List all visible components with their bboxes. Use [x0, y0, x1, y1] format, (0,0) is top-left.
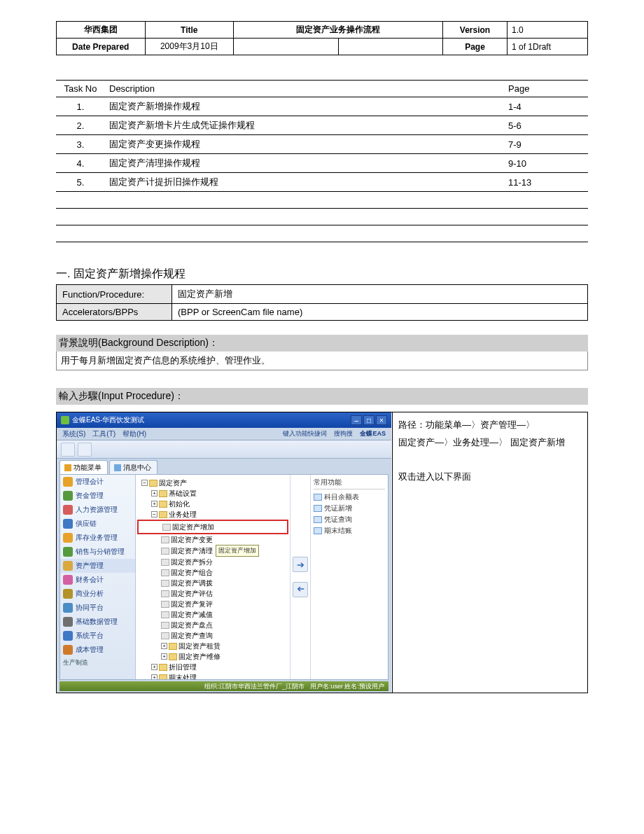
sidebar-item[interactable]: 商业分析: [60, 587, 135, 601]
module-icon: [63, 491, 73, 501]
module-icon: [63, 519, 73, 529]
module-icon: [63, 645, 73, 655]
bg-text: 用于每月新增固定资产信息的系统维护、管理作业。: [56, 352, 588, 370]
collapse-icon[interactable]: −: [151, 511, 158, 517]
doc-header-table: 华西集团 Title 固定资产业务操作流程 Version 1.0 Date P…: [56, 21, 588, 55]
rp-item[interactable]: 期末结账: [314, 525, 385, 536]
sidebar-item[interactable]: 成本管理: [60, 643, 135, 657]
folder-icon: [169, 643, 177, 650]
tree-node[interactable]: 固定资产变更: [137, 534, 288, 545]
bg-label: 背景說明(Background Description)：: [56, 335, 588, 352]
tree-node[interactable]: 固定资产盘点: [137, 620, 288, 630]
tree-node[interactable]: 固定资产组合: [137, 567, 288, 578]
procedure-table: Function/Procedure: 固定资产新增 Accelerators/…: [56, 284, 588, 321]
minimize-button[interactable]: ‒: [351, 415, 362, 425]
collapse-icon[interactable]: −: [141, 480, 148, 486]
tree-node[interactable]: +折旧管理: [137, 662, 288, 672]
sidebar-item-asset[interactable]: 资产管理: [60, 559, 135, 573]
rp-item[interactable]: 科目余额表: [314, 492, 385, 503]
tab-function-menu[interactable]: 功能菜单: [59, 460, 108, 474]
menu-help[interactable]: 帮助(H): [122, 429, 146, 439]
tree-node[interactable]: +固定资产租赁: [137, 641, 288, 651]
menu-tools[interactable]: 工具(T): [92, 429, 115, 439]
task-row: [56, 192, 588, 209]
tree-node[interactable]: 固定资产调拨: [137, 578, 288, 588]
sidebar-item[interactable]: 销售与分销管理: [60, 545, 135, 559]
sidebar-item[interactable]: 资金管理: [60, 489, 135, 503]
message-icon: [114, 464, 121, 471]
task-row: [56, 225, 588, 242]
maximize-button[interactable]: □: [363, 415, 374, 425]
module-icon: [63, 533, 73, 543]
transfer-arrows: ➔ ➔: [290, 475, 311, 679]
tree-node[interactable]: 固定资产清理固定资产增加: [137, 545, 288, 557]
tree-node[interactable]: −固定资产: [137, 478, 288, 488]
module-icon: [63, 617, 73, 627]
sidebar-item[interactable]: 库存业务管理: [60, 531, 135, 545]
file-icon: [161, 611, 169, 618]
move-right-button[interactable]: ➔: [293, 557, 308, 572]
menu-system[interactable]: 系统(S): [62, 429, 85, 439]
tree-node[interactable]: +基础设置: [137, 488, 288, 499]
sidebar-item[interactable]: 供应链: [60, 517, 135, 531]
tree-node[interactable]: 固定资产评估: [137, 588, 288, 599]
tree-node[interactable]: 固定资产拆分: [137, 557, 288, 567]
module-icon: [63, 561, 73, 571]
expand-icon[interactable]: +: [151, 490, 158, 496]
tree-node[interactable]: +期末处理: [137, 672, 288, 679]
rp-item[interactable]: 凭证新增: [314, 503, 385, 514]
module-icon: [63, 603, 73, 613]
expand-icon[interactable]: +: [151, 674, 158, 679]
search-engine[interactable]: 搜狗搜: [334, 429, 353, 438]
sidebar-item[interactable]: 管理会计: [60, 475, 135, 489]
sidebar-item[interactable]: 协同平台: [60, 601, 135, 615]
toolbar-button[interactable]: [61, 443, 75, 457]
file-icon: [162, 524, 171, 531]
tree-node[interactable]: −业务处理: [137, 509, 288, 520]
module-icon: [63, 631, 73, 641]
hdr-version-lbl: Version: [443, 22, 507, 39]
toolbar-button[interactable]: [78, 443, 92, 457]
expand-icon[interactable]: +: [151, 501, 158, 507]
tree-node-selected[interactable]: 固定资产增加: [137, 520, 288, 534]
tt-head-desc: Description: [105, 81, 504, 97]
move-left-button[interactable]: ➔: [293, 582, 308, 597]
expand-icon[interactable]: +: [161, 643, 167, 649]
tab-message-center[interactable]: 消息中心: [109, 460, 158, 474]
tree-node[interactable]: 固定资产复评: [137, 599, 288, 609]
hdr-version-val: 1.0: [507, 22, 588, 39]
tree-node[interactable]: +初始化: [137, 499, 288, 509]
folder-icon: [159, 664, 167, 671]
input-description: 路径：功能菜单—〉资产管理—〉 固定资产—〉业务处理—〉 固定资产新增 双击进入…: [393, 412, 588, 693]
quicksearch-hint[interactable]: 键入功能快捷词: [283, 429, 327, 438]
brand-label: 金蝶EAS: [360, 429, 386, 438]
rp-heading: 常用功能: [314, 478, 385, 489]
sidebar-item[interactable]: 基础数据管理: [60, 615, 135, 629]
sidebar-item[interactable]: 人力资源管理: [60, 503, 135, 517]
hdr-date-val: 2009年3月10日: [145, 39, 234, 55]
hdr-empty1: [234, 39, 339, 55]
statusbar: 组织:江阴市华西法兰管件厂_江阴市 用户名:user 姓名:预设用户: [59, 681, 388, 691]
hdr-page-lbl: Page: [443, 39, 507, 55]
expand-icon[interactable]: +: [151, 664, 158, 670]
tree-node[interactable]: +固定资产维修: [137, 651, 288, 662]
hdr-date-lbl: Date Prepared: [57, 39, 146, 55]
tree-node[interactable]: 固定资产查询: [137, 630, 288, 641]
expand-icon[interactable]: +: [161, 653, 167, 660]
path-line2: 固定资产—〉业务处理—〉 固定资产新增: [398, 434, 582, 452]
task-table: Task No Description Page 1.固定资产新增操作规程1-4…: [56, 80, 588, 242]
rp-item[interactable]: 凭证查询: [314, 514, 385, 525]
close-button[interactable]: ×: [376, 415, 387, 425]
task-row: [56, 209, 588, 225]
folder-icon: [159, 511, 167, 518]
file-icon: [161, 590, 169, 597]
report-icon: [314, 516, 322, 523]
sidebar-item[interactable]: 财务会计: [60, 573, 135, 587]
hdr-empty2: [338, 39, 443, 55]
app-icon: 金蝶EAS-华西饮发测试: [61, 415, 144, 425]
tree-node[interactable]: 固定资产减值: [137, 609, 288, 620]
path-line1: 路径：功能菜单—〉资产管理—〉: [398, 417, 582, 434]
status-org: 组织:江阴市华西法兰管件厂_江阴市: [204, 682, 304, 691]
menubar: 系统(S) 工具(T) 帮助(H) 键入功能快捷词 搜狗搜 金蝶EAS: [57, 428, 391, 440]
sidebar-item[interactable]: 系统平台: [60, 629, 135, 643]
